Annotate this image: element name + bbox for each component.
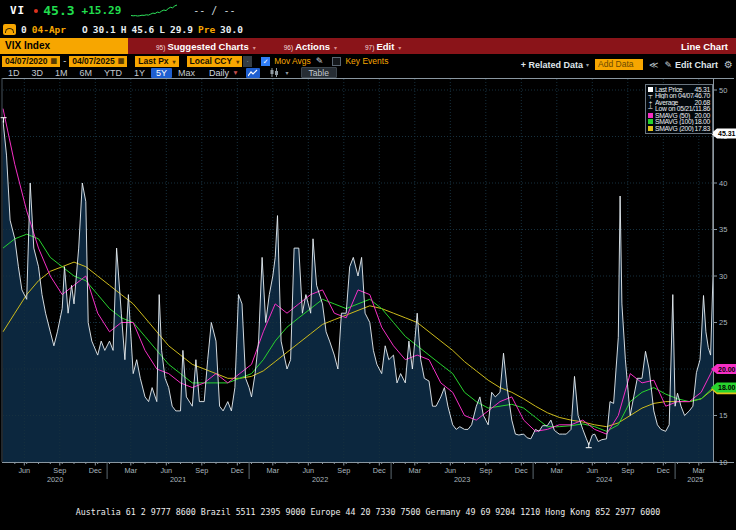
legend-swatch — [648, 126, 653, 131]
last-price: 45.3 — [43, 3, 74, 18]
date-from-input[interactable]: 04/07/2020 ▦ — [2, 56, 60, 67]
x-month-label: Mar — [267, 466, 280, 475]
prev-value: 30.0 — [220, 24, 243, 35]
range-buttons: 1D3D1M6MYTD1Y5YMax — [2, 68, 201, 78]
range-button-1y[interactable]: 1Y — [128, 68, 151, 78]
last-price-area-fill — [3, 121, 713, 462]
y-tick-label: 50 — [719, 86, 727, 95]
menu-item-actions[interactable]: 96) Actions ▾ — [284, 41, 337, 52]
x-month-label: Dec — [231, 466, 244, 475]
legend-avg-marker: + — [648, 100, 653, 105]
y-tick-label: 25 — [719, 318, 727, 327]
low-value: 29.9 — [170, 24, 193, 35]
axis-badge-value: 45.31 — [718, 130, 736, 137]
x-year-label: 2024 — [596, 475, 612, 484]
gauge-icon — [3, 24, 16, 35]
pencil-icon: ✎ — [664, 60, 672, 70]
line-chart-type-button[interactable] — [246, 68, 260, 78]
range-button-max[interactable]: Max — [172, 68, 201, 78]
axis-badge-value: 20.00 — [718, 366, 736, 373]
x-month-label: Dec — [515, 466, 528, 475]
calendar-icon: ▦ — [51, 57, 58, 65]
open-label: O — [82, 24, 88, 35]
key-events-checkbox[interactable] — [332, 57, 341, 66]
x-month-label: Jun — [18, 466, 30, 475]
chart-type-label: Line Chart — [681, 41, 728, 52]
y-tick-label: 30 — [719, 272, 727, 281]
x-month-label: Sep — [53, 466, 66, 475]
x-month-label: Sep — [337, 466, 350, 475]
x-month-label: Mar — [125, 466, 138, 475]
chevron-down-icon: ▾ — [253, 44, 256, 51]
legend-row: SMAVG (200)17.83 — [648, 125, 710, 132]
mov-avgs-label: Mov Avgs — [274, 56, 311, 66]
currency-dropdown[interactable]: Local CCY ▾ — [187, 56, 243, 67]
x-year-label: 2025 — [687, 475, 703, 484]
candle-chart-type-button[interactable] — [267, 68, 281, 78]
low-label: L — [159, 24, 165, 35]
table-button[interactable]: Table — [301, 67, 337, 78]
period-dropdown[interactable]: Daily — [209, 68, 229, 78]
x-year-label: 2020 — [47, 475, 63, 484]
menu-item-suggested-charts[interactable]: 95) Suggested Charts ▾ — [156, 41, 256, 52]
range-button-5y[interactable]: 5Y — [151, 68, 172, 78]
legend-swatch — [648, 119, 653, 124]
collapse-icon[interactable]: ≪ — [649, 60, 658, 70]
related-data-dropdown[interactable]: + Related Data — [521, 60, 583, 70]
line-chart-icon — [248, 69, 258, 77]
edit-mov-avgs-pencil-icon[interactable]: ✎ — [316, 56, 324, 66]
calendar-icon: ▦ — [118, 57, 125, 65]
x-month-label: Jun — [302, 466, 314, 475]
range-button-6m[interactable]: 6M — [74, 68, 99, 78]
x-month-label: Mar — [409, 466, 422, 475]
key-events-label: Key Events — [345, 56, 388, 66]
range-button-ytd[interactable]: YTD — [98, 68, 128, 78]
menu-item-edit[interactable]: 97) Edit ▾ — [365, 41, 401, 52]
currency-options-button[interactable]: · — [243, 56, 252, 67]
chevron-down-icon: ▾ — [173, 58, 176, 65]
x-year-label: 2021 — [170, 475, 186, 484]
x-month-label: Sep — [479, 466, 492, 475]
footer-contact-line1: Australia 61 2 9777 8600 Brazil 5511 239… — [0, 507, 736, 517]
x-month-label: Jun — [586, 466, 598, 475]
x-month-label: Dec — [373, 466, 386, 475]
edit-chart-button[interactable]: Edit Chart — [675, 60, 718, 70]
high-label: H — [121, 24, 127, 35]
candlestick-icon — [269, 68, 279, 77]
chevron-down-icon: ▾ — [334, 44, 337, 51]
function-menu-bar: VIX Index 95) Suggested Charts ▾ 96) Act… — [0, 38, 736, 54]
price-source-dropdown[interactable]: Last Px ▾ — [135, 56, 178, 67]
intraday-sparkline — [131, 4, 177, 17]
legend-low-marker: ┴ — [648, 106, 653, 111]
x-year-label: 2022 — [312, 475, 328, 484]
axis-badge-value: 18.00 — [718, 384, 736, 391]
price-change: +15.29 — [82, 4, 122, 17]
price-chart-plot[interactable]: 101520253035404550JunSepDecMarJunSepDecM… — [0, 78, 736, 486]
legend-high-marker: ┬ — [648, 93, 653, 98]
gear-icon[interactable]: ⚙ — [724, 59, 733, 70]
range-button-1m[interactable]: 1M — [49, 68, 74, 78]
y-tick-label: 40 — [719, 179, 727, 188]
x-month-label: Jun — [160, 466, 172, 475]
x-month-label: Sep — [621, 466, 634, 475]
range-button-1d[interactable]: 1D — [2, 68, 26, 78]
chevron-down-icon: ▾ — [236, 58, 239, 65]
date-range-separator: - — [63, 56, 66, 66]
mov-avgs-checkbox[interactable]: ✓ — [261, 57, 270, 66]
x-month-label: Jun — [444, 466, 456, 475]
menu-shortcut-number: 97) — [365, 44, 374, 51]
x-year-label: 2023 — [454, 475, 470, 484]
x-month-label: Sep — [195, 466, 208, 475]
date-to-input[interactable]: 04/07/2025 ▦ — [69, 56, 127, 67]
high-value: 45.6 — [131, 24, 154, 35]
ticker-symbol: VI — [10, 4, 25, 17]
menu-shortcut-number: 95) — [156, 44, 165, 51]
x-month-label: Mar — [551, 466, 564, 475]
chevron-down-icon[interactable]: ▾ — [286, 69, 289, 76]
range-button-3d[interactable]: 3D — [26, 68, 50, 78]
y-tick-label: 10 — [719, 458, 727, 467]
security-field[interactable]: VIX Index — [0, 38, 128, 54]
market-status-dot — [34, 9, 38, 13]
chart-legend[interactable]: Last Price45.31┬High on 04/07/2046.70+Av… — [645, 84, 713, 134]
add-data-input[interactable]: Add Data — [595, 59, 643, 70]
